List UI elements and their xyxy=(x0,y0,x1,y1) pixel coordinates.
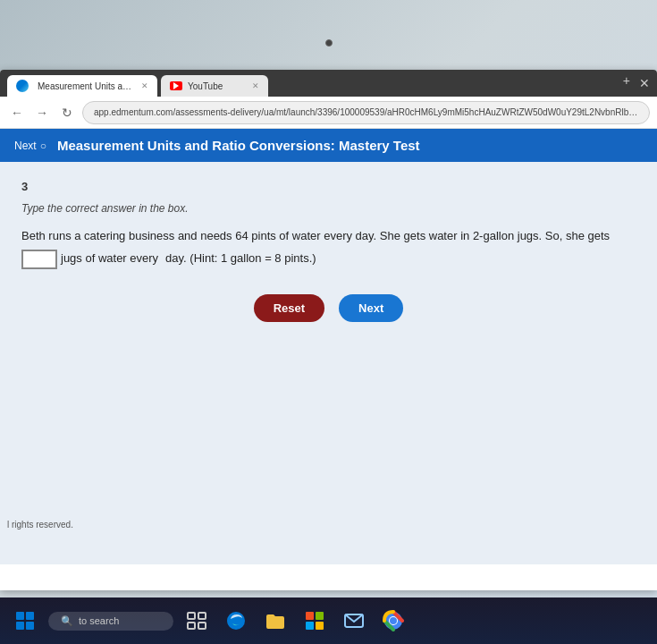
question-text-part2: jugs of water every xyxy=(61,250,158,268)
youtube-favicon xyxy=(170,81,182,90)
new-tab-button[interactable]: + xyxy=(623,73,630,88)
search-bar[interactable]: 🔍 to search xyxy=(48,612,173,631)
search-placeholder: to search xyxy=(79,615,119,626)
question-number: 3 xyxy=(21,180,636,193)
address-bar[interactable]: app.edmentum.com/assessments-delivery/ua… xyxy=(82,101,650,124)
browser-window: Measurement Units and Ratio C... ✕ YouTu… xyxy=(0,70,657,590)
address-text: app.edmentum.com/assessments-delivery/ua… xyxy=(94,107,638,117)
nav-circle-icon: ○ xyxy=(40,140,46,152)
answer-input-box[interactable] xyxy=(21,250,57,269)
question-text: Beth runs a catering business and needs … xyxy=(21,227,629,269)
page-title: Measurement Units and Ratio Conversions:… xyxy=(57,138,420,153)
rights-text: l rights reserved. xyxy=(7,520,73,530)
svg-point-8 xyxy=(227,612,245,630)
browser-tab-strip: Measurement Units and Ratio C... ✕ YouTu… xyxy=(0,70,657,97)
mail-icon xyxy=(343,610,365,631)
mail-button[interactable] xyxy=(338,605,370,637)
svg-rect-12 xyxy=(316,622,324,630)
tab-close-icon[interactable]: ✕ xyxy=(141,81,148,90)
webcam-indicator xyxy=(325,39,333,47)
next-button[interactable]: Next xyxy=(339,294,403,322)
svg-rect-5 xyxy=(198,613,206,619)
svg-rect-9 xyxy=(306,612,314,620)
search-icon: 🔍 xyxy=(61,615,73,627)
tab-youtube-close-icon[interactable]: ✕ xyxy=(252,81,259,90)
tab-youtube[interactable]: YouTube ✕ xyxy=(161,75,268,97)
browser-close-icon[interactable]: ✕ xyxy=(639,76,650,90)
edge-taskbar-button[interactable] xyxy=(220,605,252,637)
reset-button[interactable]: Reset xyxy=(254,294,324,322)
svg-point-16 xyxy=(390,617,397,624)
tab-measurement-label: Measurement Units and Ratio C... xyxy=(38,81,136,91)
tab-measurement[interactable]: Measurement Units and Ratio C... ✕ xyxy=(7,75,157,97)
forward-button[interactable]: → xyxy=(32,103,52,123)
svg-rect-10 xyxy=(316,612,324,620)
edge-icon xyxy=(225,610,247,631)
svg-rect-1 xyxy=(26,612,34,620)
address-bar-row: ← → ↻ app.edmentum.com/assessments-deliv… xyxy=(0,97,657,129)
question-text-part1: Beth runs a catering business and needs … xyxy=(21,227,610,246)
question-text-part3: day. (Hint: 1 gallon = 8 pints.) xyxy=(165,250,316,268)
reload-button[interactable]: ↻ xyxy=(57,103,77,123)
youtube-play-icon xyxy=(173,82,179,89)
svg-rect-4 xyxy=(188,613,195,619)
svg-rect-6 xyxy=(188,623,195,629)
svg-rect-2 xyxy=(16,622,24,630)
windows-icon xyxy=(14,610,36,631)
tab-youtube-label: YouTube xyxy=(188,81,223,91)
store-button[interactable] xyxy=(299,605,331,637)
task-view-icon xyxy=(186,610,207,631)
back-button[interactable]: ← xyxy=(7,103,27,123)
buttons-row: Reset Next xyxy=(21,294,636,322)
page-header: Next ○ Measurement Units and Ratio Conve… xyxy=(0,129,657,162)
taskbar: 🔍 to search xyxy=(0,597,657,644)
svg-rect-11 xyxy=(306,622,314,630)
chrome-button[interactable] xyxy=(377,605,409,637)
instruction-text: Type the correct answer in the box. xyxy=(21,202,636,215)
svg-rect-0 xyxy=(16,612,24,620)
svg-rect-3 xyxy=(26,622,34,630)
nav-next-label: Next xyxy=(14,140,37,152)
content-area: 3 Type the correct answer in the box. Be… xyxy=(0,162,657,564)
svg-rect-7 xyxy=(198,623,206,629)
file-explorer-button[interactable] xyxy=(259,605,291,637)
start-button[interactable] xyxy=(9,605,41,637)
store-icon xyxy=(304,610,325,631)
edge-favicon xyxy=(16,80,29,92)
nav-next-button[interactable]: Next ○ xyxy=(14,140,46,152)
task-view-button[interactable] xyxy=(181,605,213,637)
chrome-icon xyxy=(383,610,404,631)
folder-icon xyxy=(265,610,286,631)
